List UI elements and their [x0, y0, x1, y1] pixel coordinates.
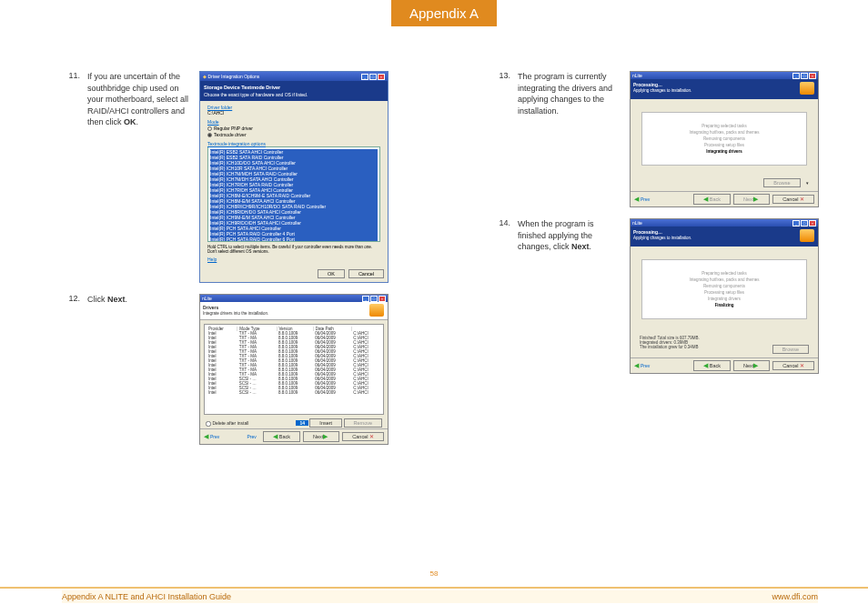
- titlebar: nLite _ □ ×: [200, 295, 388, 302]
- screenshot-11: ◆ Driver Integration Options _ □ × Stora…: [199, 71, 389, 283]
- cancel-icon: ✕: [800, 196, 804, 202]
- browse-button: Browse: [772, 345, 809, 354]
- footer-divider: [0, 587, 868, 589]
- proc-stats: Finished! Total size is 607.79MB. Integr…: [631, 332, 818, 357]
- step-text-c: .: [136, 117, 139, 126]
- step-text-a: Click: [87, 295, 107, 304]
- next-icon: ▶: [753, 196, 758, 202]
- stat-3: The installation grew for 0.34MB: [640, 345, 699, 354]
- proc-icon: [800, 229, 814, 242]
- maximize-icon[interactable]: □: [369, 74, 377, 80]
- dialog-subheading: Choose the exact type of hardware and OS…: [204, 92, 384, 97]
- maximize-icon[interactable]: □: [801, 73, 808, 79]
- maximize-icon[interactable]: □: [370, 296, 378, 302]
- next-button[interactable]: Next▶: [733, 360, 770, 371]
- prev-link[interactable]: ◀Prev: [204, 433, 219, 440]
- step-14: 14. When the program is finished applyin…: [492, 218, 832, 374]
- minimize-icon[interactable]: _: [361, 74, 368, 80]
- insert-button[interactable]: Insert: [309, 418, 342, 428]
- close-icon[interactable]: ×: [378, 296, 386, 302]
- delete-checkbox[interactable]: Delete after install: [206, 420, 248, 427]
- table-row[interactable]: IntelSCSI - …8.8.0.100906/04/2009C:\AHCI: [207, 390, 381, 395]
- banner-sub: Integrate drivers into the installation.: [203, 311, 268, 316]
- step-text-bold: Next: [571, 242, 590, 251]
- right-column: 13. The program is currently integrating…: [492, 71, 832, 456]
- footer-right: www.dfi.com: [772, 592, 818, 601]
- prev-link[interactable]: ◀Prev: [634, 362, 650, 369]
- prev-link2[interactable]: Prev: [247, 434, 257, 439]
- window-title: nLite: [632, 73, 642, 78]
- next-button: Next▶: [733, 194, 770, 205]
- proc-step: Removing components: [648, 136, 801, 141]
- step-number: 14.: [492, 218, 510, 374]
- proc-step: Integrating drivers: [648, 149, 801, 154]
- hint-text: Hold CTRL to select multiple items. Be c…: [207, 245, 380, 254]
- step-text: If you are uncertain of the southbridge …: [87, 71, 192, 283]
- left-column: 11. If you are uncertain of the southbri…: [62, 71, 401, 456]
- proc-icon: [800, 82, 814, 95]
- proc-steps: Preparing selected tasksIntegrating hotf…: [641, 112, 807, 166]
- footer: Appendix A NLITE and AHCI Installation G…: [62, 590, 818, 603]
- titlebar: nLite _ □ ×: [631, 72, 818, 79]
- back-icon: ◀: [273, 433, 278, 439]
- cancel-button[interactable]: Cancel: [348, 269, 384, 278]
- page-number: 58: [430, 569, 439, 578]
- step-text-c: .: [126, 295, 128, 304]
- minimize-icon[interactable]: _: [362, 296, 369, 302]
- controller-list[interactable]: Intel(R) ESB2 SATA AHCI ControllerIntel(…: [207, 146, 380, 242]
- step-text: Click Next.: [87, 294, 192, 445]
- radio-textmode[interactable]: Textmode driver: [207, 132, 380, 137]
- screenshot-12: nLite _ □ × Drivers Integrate drivers in…: [199, 294, 389, 445]
- radio-pnp-label: Regular PNP driver: [214, 126, 253, 131]
- back-icon: ◀: [703, 196, 708, 202]
- step-11: 11. If you are uncertain of the southbri…: [62, 71, 401, 283]
- proc-header: Processing… Applying changes to installa…: [631, 226, 818, 247]
- folder-value: C:\AHCI: [207, 110, 380, 116]
- footer-buttons: ◀Prev Prev ◀Back Next▶ Cancel ✕: [200, 428, 388, 444]
- count-badge: 14: [296, 420, 308, 426]
- step-text-c: .: [590, 242, 592, 251]
- minimize-icon[interactable]: _: [792, 220, 800, 226]
- prev-icon: ◀: [634, 362, 639, 368]
- radio-pnp[interactable]: Regular PNP driver: [207, 126, 380, 131]
- step-text-bold: OK: [124, 117, 136, 126]
- maximize-icon[interactable]: □: [801, 220, 808, 226]
- screenshot-14: nLite _ □ × Processing… Applying changes…: [630, 218, 819, 374]
- back-button: ◀Back: [693, 194, 731, 205]
- step-12: 12. Click Next. nLite _ □ × Drivers: [62, 294, 401, 445]
- driver-table[interactable]: ProviderMode TypeVersionDate PathIntelTX…: [204, 324, 384, 415]
- cancel-button[interactable]: Cancel ✕: [772, 361, 814, 370]
- screenshot-13: nLite _ □ × Processing… Applying changes…: [630, 71, 819, 207]
- proc-step: Removing components: [648, 284, 801, 288]
- proc-step: Preparing selected tasks: [648, 124, 801, 128]
- next-button[interactable]: Next▶: [303, 431, 339, 442]
- remove-button: Remove: [344, 418, 382, 428]
- close-icon[interactable]: ×: [809, 73, 816, 79]
- mode-label: Mode: [207, 119, 380, 125]
- content-area: 11. If you are uncertain of the southbri…: [62, 71, 832, 456]
- back-button[interactable]: ◀Back: [693, 360, 731, 371]
- step-text: When the program is finished applying th…: [518, 218, 622, 374]
- ok-button[interactable]: OK: [318, 269, 345, 278]
- footer-buttons: ◀Prev ◀Back Next▶ Cancel ✕: [631, 191, 818, 206]
- proc-step: Finalizing: [648, 303, 801, 307]
- proc-heading: Processing…: [633, 82, 662, 87]
- proc-sub: Applying changes to installation.: [633, 88, 691, 93]
- cancel-button[interactable]: Cancel ✕: [772, 195, 814, 204]
- back-icon: ◀: [703, 362, 708, 368]
- step-text-bold: Next: [107, 295, 126, 304]
- help-link[interactable]: Help: [207, 257, 380, 262]
- back-button[interactable]: ◀Back: [263, 431, 300, 442]
- cancel-button[interactable]: Cancel ✕: [342, 432, 384, 441]
- proc-step: Processing setup files: [648, 290, 801, 295]
- prev-link[interactable]: ◀Prev: [634, 196, 650, 203]
- close-icon[interactable]: ×: [378, 74, 385, 80]
- cancel-icon: ✕: [800, 363, 804, 368]
- window-title: nLite: [202, 296, 212, 301]
- cancel-icon: ✕: [369, 434, 374, 439]
- controller-item[interactable]: Intel(R) PCH SATA RAID Controller 6 Port: [210, 237, 378, 242]
- dialog-header: Storage Device Textmode Driver Choose th…: [200, 81, 388, 101]
- close-icon[interactable]: ×: [809, 220, 816, 226]
- proc-sub: Applying changes to installation.: [633, 236, 691, 240]
- minimize-icon[interactable]: _: [792, 73, 800, 79]
